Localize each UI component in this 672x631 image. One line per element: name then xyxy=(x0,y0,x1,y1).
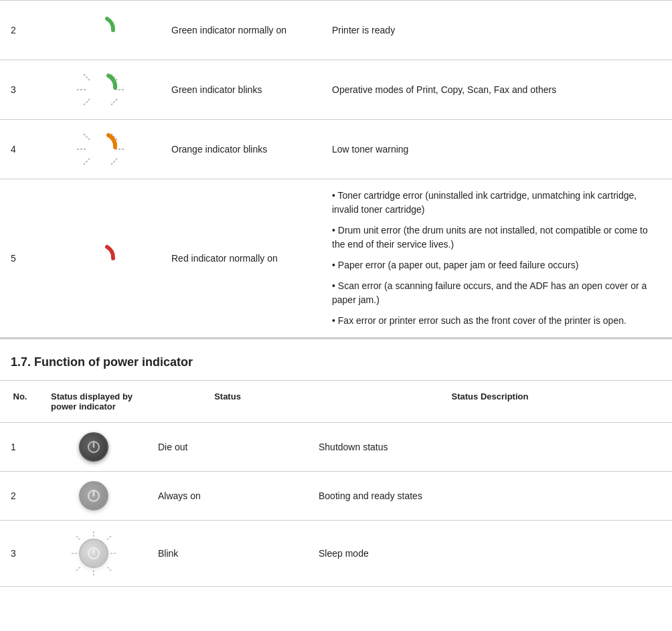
icon-cell xyxy=(40,521,147,587)
table-row: 1 Die out Shutdown status xyxy=(0,423,672,472)
status-cell: Green indicator blinks xyxy=(161,60,321,120)
status-cell: Orange indicator blinks xyxy=(161,120,321,179)
lower-power-table: No. Status displayed by power indicator … xyxy=(0,381,672,587)
header-description: Status Description xyxy=(308,381,672,423)
description-cell: • Toner cartridge error (uninstalled ink… xyxy=(321,179,672,338)
bullet-5: • Fax error or printer error such as the… xyxy=(332,314,661,328)
svg-line-23 xyxy=(107,567,111,571)
description-cell: Low toner warning xyxy=(321,120,672,179)
description-cell: Sleep mode xyxy=(308,521,672,587)
table-header-row: No. Status displayed by power indicator … xyxy=(0,381,672,423)
svg-line-22 xyxy=(76,567,80,571)
header-status: Status xyxy=(147,381,308,423)
header-status-display: Status displayed by power indicator xyxy=(40,381,147,423)
table-row: 2 Always on Booting and ready states xyxy=(0,472,672,521)
icon-cell xyxy=(40,1,161,60)
status-cell: Green indicator normally on xyxy=(161,1,321,60)
green-blink-icon xyxy=(74,66,127,113)
row-number: 2 xyxy=(0,1,40,60)
table-row: 4 xyxy=(0,120,672,179)
table-row: 5 Red indicator normally on • Toner cart… xyxy=(0,179,672,338)
icon-cell xyxy=(40,120,161,179)
icon-cell xyxy=(40,179,161,338)
power-gray-icon xyxy=(79,481,108,511)
orange-blink-icon xyxy=(74,126,127,173)
upper-indicator-table: 2 Green indicator normally on Printer is… xyxy=(0,0,672,338)
table-row: 3 xyxy=(0,60,672,120)
status-cell: Always on xyxy=(147,472,308,521)
row-number: 3 xyxy=(0,521,40,587)
description-cell: Printer is ready xyxy=(321,1,672,60)
row-number: 2 xyxy=(0,472,40,521)
power-dark-icon xyxy=(79,432,108,462)
row-number: 1 xyxy=(0,423,40,472)
power-svg xyxy=(86,546,101,561)
svg-line-11 xyxy=(111,159,117,165)
bullet-3: • Paper error (a paper out, paper jam or… xyxy=(332,258,661,272)
svg-line-2 xyxy=(84,74,90,80)
power-svg xyxy=(86,488,101,503)
svg-line-4 xyxy=(84,99,90,105)
red-arc-icon xyxy=(84,242,117,275)
description-cell: Operative modes of Print, Copy, Scan, Fa… xyxy=(321,60,672,120)
power-blink-icon xyxy=(70,530,117,577)
table-row: 2 Green indicator normally on Printer is… xyxy=(0,1,672,60)
row-number: 5 xyxy=(0,179,40,338)
description-cell: Booting and ready states xyxy=(308,472,672,521)
table-row: 3 xyxy=(0,521,672,587)
row-number: 4 xyxy=(0,120,40,179)
icon-cell xyxy=(40,60,161,120)
green-arc-icon xyxy=(84,13,117,47)
bullet-2: • Drum unit error (the drum units are no… xyxy=(332,223,661,252)
orange-blink-indicator xyxy=(51,129,150,169)
section-title: 1.7. Function of power indicator xyxy=(0,338,672,381)
status-cell: Die out xyxy=(147,423,308,472)
icon-cell xyxy=(40,472,147,521)
bullet-4: • Scan error (a scanning failure occurs,… xyxy=(332,279,661,307)
status-cell: Red indicator normally on xyxy=(161,179,321,338)
svg-line-5 xyxy=(111,99,117,105)
svg-line-21 xyxy=(107,536,111,540)
power-svg xyxy=(86,440,101,454)
svg-line-8 xyxy=(84,134,90,140)
row-number: 3 xyxy=(0,60,40,120)
power-light-icon xyxy=(79,539,108,568)
icon-cell xyxy=(40,423,147,472)
green-blink-indicator xyxy=(51,70,150,110)
description-cell: Shutdown status xyxy=(308,423,672,472)
svg-line-20 xyxy=(76,536,80,540)
multi-bullet-desc: • Toner cartridge error (uninstalled ink… xyxy=(332,189,661,328)
header-no: No. xyxy=(0,381,40,423)
bullet-1: • Toner cartridge error (uninstalled ink… xyxy=(332,189,661,217)
red-arc-indicator xyxy=(51,238,150,278)
status-cell: Blink xyxy=(147,521,308,587)
green-arc-indicator xyxy=(51,10,150,50)
svg-line-10 xyxy=(84,159,90,165)
